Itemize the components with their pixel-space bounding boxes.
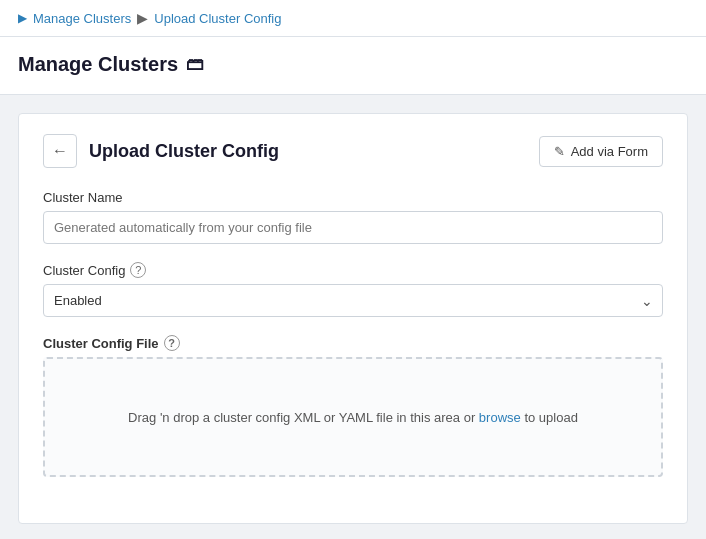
page-title: Manage Clusters 🗃	[18, 53, 688, 76]
add-via-form-button[interactable]: ✎ Add via Form	[539, 136, 663, 167]
page-title-text: Manage Clusters	[18, 53, 178, 76]
breadcrumb-item-manage-clusters[interactable]: Manage Clusters	[33, 11, 131, 26]
cluster-config-select-wrapper: Enabled Disabled ⌄	[43, 284, 663, 317]
cluster-config-select[interactable]: Enabled Disabled	[43, 284, 663, 317]
add-via-form-label: Add via Form	[571, 144, 648, 159]
breadcrumb-separator: ▶	[137, 10, 148, 26]
main-content: ← Upload Cluster Config ✎ Add via Form C…	[0, 95, 706, 539]
page-title-icon: 🗃	[186, 54, 204, 75]
cluster-config-file-field-group: Cluster Config File ? Drag 'n drop a clu…	[43, 335, 663, 477]
breadcrumb-item-upload-cluster-config[interactable]: Upload Cluster Config	[154, 11, 281, 26]
cluster-config-label: Cluster Config ?	[43, 262, 663, 278]
breadcrumb-bar: ▶ Manage Clusters ▶ Upload Cluster Confi…	[0, 0, 706, 37]
upload-cluster-config-card: ← Upload Cluster Config ✎ Add via Form C…	[18, 113, 688, 524]
cluster-config-file-label: Cluster Config File ?	[43, 335, 663, 351]
file-drop-area[interactable]: Drag 'n drop a cluster config XML or YAM…	[43, 357, 663, 477]
card-header-left: ← Upload Cluster Config	[43, 134, 279, 168]
breadcrumb-arrow-1: ▶	[18, 11, 27, 25]
card-title: Upload Cluster Config	[89, 141, 279, 162]
page-header: Manage Clusters 🗃	[0, 37, 706, 95]
card-header: ← Upload Cluster Config ✎ Add via Form	[43, 134, 663, 168]
cluster-name-label: Cluster Name	[43, 190, 663, 205]
edit-icon: ✎	[554, 144, 565, 159]
back-button[interactable]: ←	[43, 134, 77, 168]
file-drop-text: Drag 'n drop a cluster config XML or YAM…	[128, 410, 578, 425]
cluster-config-field-group: Cluster Config ? Enabled Disabled ⌄	[43, 262, 663, 317]
browse-link[interactable]: browse	[479, 410, 521, 425]
cluster-name-field-group: Cluster Name	[43, 190, 663, 244]
cluster-name-input[interactable]	[43, 211, 663, 244]
cluster-config-file-help-icon[interactable]: ?	[164, 335, 180, 351]
cluster-config-help-icon[interactable]: ?	[130, 262, 146, 278]
